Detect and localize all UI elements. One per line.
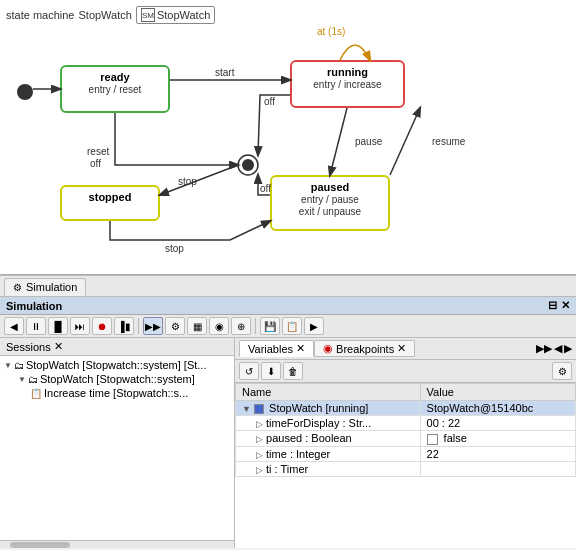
svg-text:start: start xyxy=(215,67,235,78)
vars-delete-btn[interactable]: 🗑 xyxy=(283,362,303,380)
tb-grid-btn[interactable]: ▦ xyxy=(187,317,207,335)
tree-item-2[interactable]: 📋 Increase time [Stopwatch::s... xyxy=(0,386,234,400)
col-value: Value xyxy=(420,384,575,401)
table-row[interactable]: ▷ paused : Boolean false xyxy=(236,431,576,447)
tree-label-2: Increase time [Stopwatch::s... xyxy=(44,387,188,399)
vars-download-btn[interactable]: ⬇ xyxy=(261,362,281,380)
tree-label-1: StopWatch [Stopwatch::system] xyxy=(40,373,195,385)
state-running: running entry / increase xyxy=(290,60,405,108)
simulation-tab[interactable]: ⚙ Simulation xyxy=(4,278,86,296)
sessions-close-icon[interactable]: ✕ xyxy=(54,340,63,353)
tb-target-btn[interactable]: ◉ xyxy=(209,317,229,335)
sim-close-btn[interactable]: ✕ xyxy=(561,299,570,312)
state-machine-diagram: state machine StopWatch SM StopWatch rea… xyxy=(0,0,576,275)
sessions-tab[interactable]: Sessions ✕ xyxy=(6,340,63,353)
row-name-text-4: ti : Timer xyxy=(266,463,308,475)
table-row[interactable]: ▷ time : Integer 22 xyxy=(236,446,576,461)
variables-tab[interactable]: Variables ✕ xyxy=(239,340,314,357)
vars-expand-btn[interactable]: ▶▶ xyxy=(536,342,552,355)
svg-point-9 xyxy=(242,159,254,171)
vars-tabs: Variables ✕ ◉ Breakpoints ✕ xyxy=(239,340,415,357)
tb-run-btn[interactable]: ▶▶ xyxy=(143,317,163,335)
variables-table: Name Value ▼ StopWatch [running] xyxy=(235,383,576,548)
tree-item-1[interactable]: ▼ 🗂 StopWatch [Stopwatch::system] xyxy=(0,372,234,386)
col-name: Name xyxy=(236,384,421,401)
row-name-text-3: time : Integer xyxy=(266,448,330,460)
svg-text:stop: stop xyxy=(178,176,197,187)
row-expand-0[interactable]: ▼ xyxy=(242,404,251,414)
tb-stop-btn[interactable]: ▐▌ xyxy=(48,317,68,335)
vars-tab-label: Variables xyxy=(248,343,293,355)
sim-tab-label: Simulation xyxy=(26,281,77,293)
initial-state-dot xyxy=(17,84,33,100)
vars-next-btn[interactable]: ▶ xyxy=(564,342,572,355)
tb-record-btn[interactable]: ⏺ xyxy=(92,317,112,335)
row-value-3: 22 xyxy=(420,446,575,461)
tree-icon-1: 🗂 xyxy=(28,374,38,385)
breakpoints-tab[interactable]: ◉ Breakpoints ✕ xyxy=(314,340,415,357)
row-value-1: 00 : 22 xyxy=(420,416,575,431)
bp-tab-close[interactable]: ✕ xyxy=(397,342,406,355)
svg-text:off: off xyxy=(90,158,101,169)
svg-text:off: off xyxy=(264,96,275,107)
tb-config-btn[interactable]: ⚙ xyxy=(165,317,185,335)
simulation-area: ⚙ Simulation Simulation ⊟ ✕ ◀ ⏸ ▐▌ ⏭ ⏺ ▐… xyxy=(0,275,576,550)
row-name-0: ▼ StopWatch [running] xyxy=(236,401,421,416)
vars-tab-close[interactable]: ✕ xyxy=(296,342,305,355)
sm-title-text: state machine xyxy=(6,9,74,21)
vars-toolbar: ↺ ⬇ 🗑 ⚙ xyxy=(235,360,576,383)
vars-refresh-btn[interactable]: ↺ xyxy=(239,362,259,380)
tb-sep2 xyxy=(255,318,256,334)
vars-settings-btn[interactable]: ⚙ xyxy=(552,362,572,380)
tb-add-btn[interactable]: ⊕ xyxy=(231,317,251,335)
tb-save-btn[interactable]: 💾 xyxy=(260,317,280,335)
row-name-2: ▷ paused : Boolean xyxy=(236,431,421,447)
tb-sep1 xyxy=(138,318,139,334)
row-name-1: ▷ timeForDisplay : Str... xyxy=(236,416,421,431)
sessions-tab-label: Sessions xyxy=(6,341,51,353)
sm-machine-name: StopWatch xyxy=(78,9,131,21)
tree-item-0[interactable]: ▼ 🗂 StopWatch [Stopwatch::system] [St... xyxy=(0,358,234,372)
checkbox-paused xyxy=(427,434,438,445)
bp-tab-label: Breakpoints xyxy=(336,343,394,355)
svg-text:stop: stop xyxy=(165,243,184,254)
row-color-0 xyxy=(254,404,264,414)
chip-icon: SM xyxy=(141,8,155,22)
tree-arrow-0: ▼ xyxy=(4,361,12,370)
tb-back-btn[interactable]: ◀ xyxy=(4,317,24,335)
tb-step-btn[interactable]: ⏭ xyxy=(70,317,90,335)
sessions-tree: ▼ 🗂 StopWatch [Stopwatch::system] [St...… xyxy=(0,356,234,540)
state-paused-name: paused xyxy=(272,177,388,193)
tb-pause-btn[interactable]: ⏸ xyxy=(26,317,46,335)
svg-text:reset: reset xyxy=(87,146,109,157)
sm-chip[interactable]: SM StopWatch xyxy=(136,6,215,24)
sessions-header: Sessions ✕ xyxy=(0,338,234,356)
tree-arrow-1: ▼ xyxy=(18,375,26,384)
sim-collapse-btn[interactable]: ⊟ xyxy=(548,299,557,312)
row-expand-1[interactable]: ▷ xyxy=(256,419,263,429)
row-value-0: StopWatch@15140bc xyxy=(420,401,575,416)
tb-stop2-btn[interactable]: ▐▮ xyxy=(114,317,134,335)
svg-line-6 xyxy=(390,108,420,175)
row-name-3: ▷ time : Integer xyxy=(236,446,421,461)
state-ready: ready entry / reset xyxy=(60,65,170,113)
row-name-text-1: timeForDisplay : Str... xyxy=(266,417,371,429)
sessions-panel: Sessions ✕ ▼ 🗂 StopWatch [Stopwatch::sys… xyxy=(0,338,235,548)
table-row[interactable]: ▷ ti : Timer xyxy=(236,461,576,476)
state-running-entry: entry / increase xyxy=(292,78,403,90)
row-name-text-0: StopWatch [running] xyxy=(269,402,368,414)
table-row[interactable]: ▼ StopWatch [running] StopWatch@15140bc xyxy=(236,401,576,416)
table-row[interactable]: ▷ timeForDisplay : Str... 00 : 22 xyxy=(236,416,576,431)
row-expand-4[interactable]: ▷ xyxy=(256,465,263,475)
vars-prev-btn[interactable]: ◀ xyxy=(554,342,562,355)
state-stopped: stopped xyxy=(60,185,160,221)
row-value-2: false xyxy=(420,431,575,447)
sessions-scrollbar[interactable] xyxy=(0,540,234,548)
row-name-4: ▷ ti : Timer xyxy=(236,461,421,476)
row-expand-3[interactable]: ▷ xyxy=(256,450,263,460)
svg-line-14 xyxy=(160,165,238,195)
tb-play-btn[interactable]: ▶ xyxy=(304,317,324,335)
row-expand-2[interactable]: ▷ xyxy=(256,434,263,444)
sim-header-title: Simulation xyxy=(6,300,62,312)
tb-copy-btn[interactable]: 📋 xyxy=(282,317,302,335)
